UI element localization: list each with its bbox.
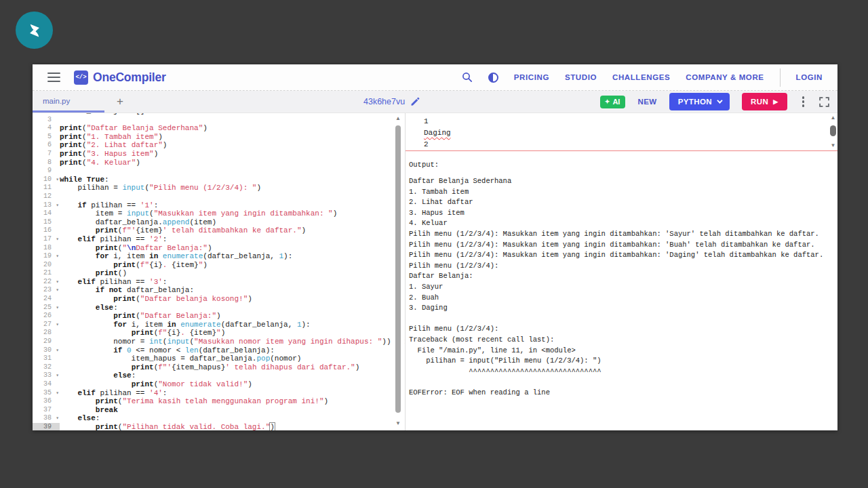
scroll-up-icon[interactable]: ▲ (394, 115, 402, 123)
scroll-down-icon[interactable]: ▼ (394, 420, 402, 428)
tab-main-py[interactable]: main.py (33, 91, 104, 113)
code-line[interactable]: 28 print(f"{i}. {item}") (33, 329, 405, 338)
code-line[interactable]: 39 print("Pilihan tidak valid. Coba lagi… (33, 423, 405, 430)
line-number[interactable]: 31 (33, 354, 60, 363)
code-line[interactable]: 6print("2. Lihat daftar") (33, 141, 405, 150)
line-number[interactable]: 29 (33, 338, 60, 346)
fold-arrow-icon[interactable]: ▾ (56, 176, 59, 184)
fold-arrow-icon[interactable]: ▾ (56, 278, 59, 287)
nav-studio[interactable]: STUDIO (565, 73, 597, 81)
line-number[interactable]: 11 (33, 184, 60, 192)
line-number[interactable]: 13▾ (33, 201, 60, 210)
fullscreen-icon[interactable] (819, 97, 829, 107)
code-line[interactable]: 34 print("Nomor tidak valid!") (33, 380, 405, 389)
line-number[interactable]: 5 (33, 133, 60, 142)
code-line[interactable]: 35▾ elif pilihan == '4': (33, 389, 405, 398)
code-line[interactable]: 38▾ else: (33, 414, 405, 423)
line-number[interactable]: 38▾ (33, 414, 60, 423)
code-line[interactable]: 19▾ for i, item in enumerate(daftar_bela… (33, 252, 405, 261)
line-number[interactable]: 36 (33, 397, 60, 406)
code-line[interactable]: 32 print(f"'{item_hapus}' telah dihapus … (33, 363, 405, 372)
line-number[interactable]: 34 (33, 380, 60, 389)
code-line[interactable]: 18 print("\nDaftar Belanja:") (33, 244, 405, 253)
nav-company-more[interactable]: COMPANY & MORE (686, 73, 764, 81)
code-editor[interactable]: 2daftar_belanja = []34print("Daftar Bela… (33, 113, 406, 430)
line-number[interactable]: 25▾ (33, 304, 60, 312)
line-number[interactable]: 9 (33, 167, 60, 176)
login-button[interactable]: LOGIN (796, 73, 823, 81)
code-line[interactable]: 22▾ elif pilihan == '3': (33, 278, 405, 287)
code-line[interactable]: 20 print(f"{i}. {item}") (33, 261, 405, 270)
line-number[interactable]: 33▾ (33, 371, 60, 380)
fold-arrow-icon[interactable]: ▾ (56, 286, 59, 295)
line-number[interactable]: 16 (33, 226, 60, 235)
line-number[interactable]: 24 (33, 295, 60, 304)
code-line[interactable]: 4print("Daftar Belanja Sederhana") (33, 124, 405, 133)
line-number[interactable]: 30▾ (33, 346, 60, 355)
line-number[interactable]: 6 (33, 141, 60, 150)
line-number[interactable]: 14 (33, 209, 60, 218)
code-line[interactable]: 14 item = input("Masukkan item yang ingi… (33, 209, 405, 218)
nav-pricing[interactable]: PRICING (514, 73, 549, 81)
stdin-scroll-up-icon[interactable]: ▲ (829, 114, 837, 122)
line-number[interactable]: 23▾ (33, 286, 60, 295)
ai-button[interactable]: ✦ AI (600, 96, 626, 108)
line-number[interactable]: 8 (33, 159, 60, 167)
line-number[interactable]: 7 (33, 150, 60, 159)
fold-arrow-icon[interactable]: ▾ (56, 252, 59, 261)
fold-arrow-icon[interactable]: ▾ (56, 304, 59, 312)
menu-icon[interactable] (47, 73, 60, 82)
code-line[interactable]: 25▾ else: (33, 304, 405, 312)
code-line[interactable]: 30▾ if 0 <= nomor < len(daftar_belanja): (33, 346, 405, 355)
code-line[interactable]: 8print("4. Keluar") (33, 159, 405, 167)
code-line[interactable]: 3 (33, 116, 405, 125)
code-line[interactable]: 21 print() (33, 269, 405, 278)
line-number[interactable]: 27▾ (33, 321, 60, 329)
line-number[interactable]: 26 (33, 312, 60, 321)
line-number[interactable]: 3 (33, 116, 60, 125)
brand[interactable]: </> OneCompiler (74, 70, 166, 85)
line-number[interactable]: 18 (33, 244, 60, 253)
code-line[interactable]: 37 break (33, 406, 405, 415)
line-number[interactable]: 22▾ (33, 278, 60, 287)
search-icon[interactable] (462, 72, 473, 83)
fold-arrow-icon[interactable]: ▾ (56, 235, 59, 244)
fold-arrow-icon[interactable]: ▾ (56, 321, 59, 329)
code-line[interactable]: 16 print(f"'{item}' telah ditambahkan ke… (33, 226, 405, 235)
line-number[interactable]: 21 (33, 269, 60, 278)
line-number[interactable]: 35▾ (33, 389, 60, 398)
line-number[interactable]: 39 (33, 423, 60, 430)
code-line[interactable]: 31 item_hapus = daftar_belanja.pop(nomor… (33, 354, 405, 363)
edit-pencil-icon[interactable] (410, 97, 420, 106)
code-line[interactable]: 12 (33, 192, 405, 201)
line-number[interactable]: 17▾ (33, 235, 60, 244)
fold-arrow-icon[interactable]: ▾ (56, 371, 59, 380)
line-number[interactable]: 28 (33, 329, 60, 338)
run-button[interactable]: RUN ▶ (742, 93, 787, 110)
line-number[interactable]: 32 (33, 363, 60, 372)
code-line[interactable]: 10▾while True: (33, 176, 405, 184)
line-number[interactable]: 4 (33, 124, 60, 133)
code-line[interactable]: 29 nomor = int(input("Masukkan nomor ite… (33, 338, 405, 346)
fold-arrow-icon[interactable]: ▾ (56, 389, 59, 398)
code-line[interactable]: 5print("1. Tambah item") (33, 133, 405, 142)
editor-scrollbar-thumb[interactable] (395, 125, 401, 413)
new-button[interactable]: NEW (637, 98, 656, 106)
code-line[interactable]: 23▾ if not daftar_belanja: (33, 286, 405, 295)
code-line[interactable]: 27▾ for i, item in enumerate(daftar_bela… (33, 321, 405, 329)
stdin-scrollbar-thumb[interactable] (830, 125, 836, 136)
line-number[interactable]: 12 (33, 192, 60, 201)
code-line[interactable]: 7print("3. Hapus item") (33, 150, 405, 159)
line-number[interactable]: 10▾ (33, 176, 60, 184)
line-number[interactable]: 15 (33, 218, 60, 227)
nav-challenges[interactable]: CHALLENGES (612, 73, 670, 81)
fold-arrow-icon[interactable]: ▾ (56, 201, 59, 210)
code-line[interactable]: 17▾ elif pilihan == '2': (33, 235, 405, 244)
code-line[interactable]: 11 pilihan = input("Pilih menu (1/2/3/4)… (33, 184, 405, 192)
fold-arrow-icon[interactable]: ▾ (56, 414, 59, 423)
editor-scrollbar[interactable]: ▲ ▼ (394, 115, 402, 428)
code-line[interactable]: 36 print("Terima kasih telah menggunakan… (33, 397, 405, 406)
theme-toggle-icon[interactable] (488, 73, 498, 83)
code-line[interactable]: 9 (33, 167, 405, 176)
fold-arrow-icon[interactable]: ▾ (56, 346, 59, 355)
